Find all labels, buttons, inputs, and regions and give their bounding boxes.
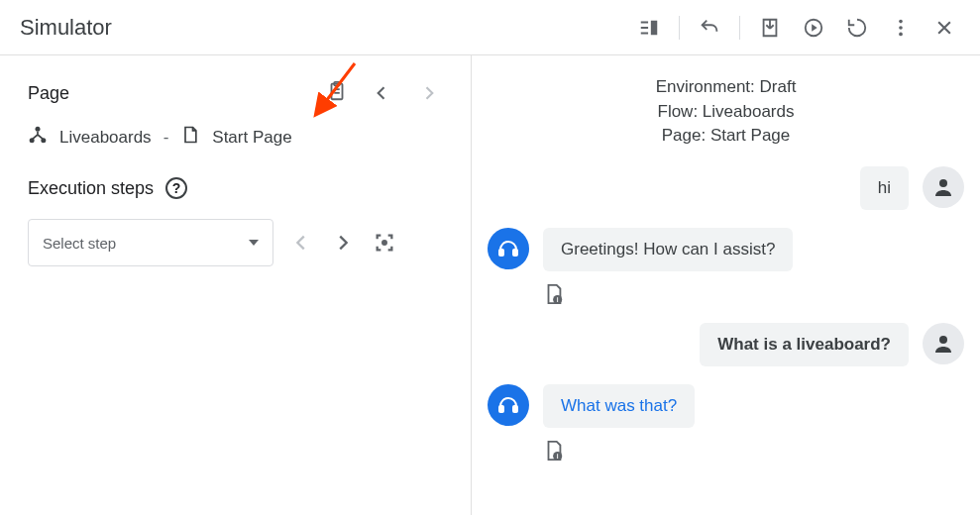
svg-point-9 [36,127,41,132]
page-icon [180,125,200,150]
svg-point-13 [939,179,947,187]
message-bubble: hi [860,166,909,210]
breadcrumb: Liveaboards - Start Page [28,125,443,150]
user-message: hi [488,166,964,210]
message-bubble: Greetings! How can I assist? [543,228,793,271]
svg-point-3 [899,32,903,36]
svg-rect-14 [499,250,503,256]
execution-steps-label: Execution steps [28,178,154,199]
step-select-placeholder: Select step [43,235,116,252]
step-next-icon[interactable] [329,229,357,257]
svg-text:i: i [557,296,559,303]
execution-steps-header: Execution steps ? [28,177,443,199]
page-nav [326,79,443,107]
svg-point-18 [939,336,947,344]
flow-icon [28,125,48,150]
right-panel: Environment: Draft Flow: Liveaboards Pag… [472,55,980,515]
svg-rect-20 [513,406,517,412]
header: Simulator [0,0,980,55]
svg-text:i: i [557,453,559,460]
svg-point-1 [899,19,903,23]
play-icon[interactable] [794,8,833,48]
step-prev-icon[interactable] [287,229,315,257]
help-icon[interactable]: ? [165,177,187,199]
detail-icon[interactable]: i [543,283,964,305]
breadcrumb-flow: Liveaboards [59,128,152,148]
svg-rect-15 [513,250,517,256]
user-message: What is a liveaboard? [488,323,964,366]
page-section-header: Page [28,79,443,107]
separator [739,16,740,40]
step-select[interactable]: Select step [28,219,273,266]
bot-avatar-icon [488,228,529,269]
svg-rect-19 [499,406,503,412]
message-bubble: What is a liveaboard? [700,323,909,366]
breadcrumb-sep: - [163,128,169,148]
conversation-meta: Environment: Draft Flow: Liveaboards Pag… [488,75,964,149]
more-icon[interactable] [881,8,921,48]
left-panel: Page Liveaboards - Start [0,55,472,515]
user-avatar-icon [923,323,964,364]
detail-icon[interactable]: i [543,440,964,462]
bot-avatar-icon [488,384,529,426]
svg-point-12 [382,241,386,245]
page-title: Simulator [20,15,112,41]
toggle-panel-icon[interactable] [629,8,669,48]
page-next-icon[interactable] [415,79,443,107]
chevron-down-icon [249,240,259,246]
separator [679,16,680,40]
breadcrumb-page: Start Page [212,128,291,148]
header-actions [629,8,964,48]
focus-icon[interactable] [371,229,398,257]
chat: hi Greetings! How can I assist? i What i… [488,166,964,462]
close-icon[interactable] [925,8,964,48]
svg-point-2 [899,26,903,30]
user-avatar-icon [923,166,964,208]
undo-icon[interactable] [690,8,729,48]
body: Page Liveaboards - Start [0,55,980,515]
message-bubble[interactable]: What was that? [543,384,695,428]
replay-icon[interactable] [837,8,877,48]
bot-message: Greetings! How can I assist? [488,228,964,271]
bot-message: What was that? [488,384,964,428]
clipboard-icon[interactable] [326,80,348,106]
page-prev-icon[interactable] [368,79,395,107]
page-label: Page [28,83,69,104]
save-icon[interactable] [750,8,790,48]
step-controls: Select step [28,219,443,266]
